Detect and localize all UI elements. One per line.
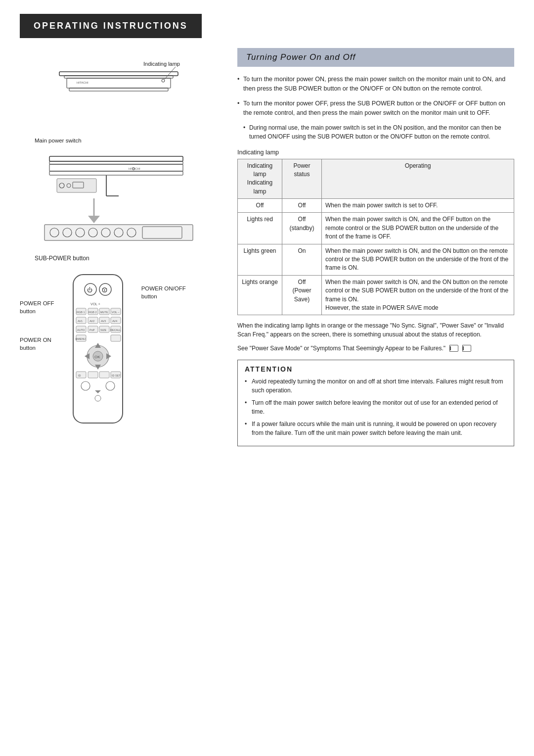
- book-icon-2: [462, 345, 471, 352]
- power-cell-1: Off (standby): [282, 213, 322, 244]
- power-cell-3: Off (Power Save): [282, 275, 322, 315]
- svg-marker-20: [88, 216, 100, 223]
- svg-rect-21: [44, 225, 193, 240]
- operating-cell-3: When the main power switch is ON, and th…: [322, 275, 514, 315]
- table-header: Indicating lamp Indicating lamp Indicati…: [238, 159, 514, 199]
- svg-text:AV3: AV3: [101, 320, 106, 323]
- svg-text:⏼: ⏼: [102, 287, 107, 293]
- lamp-cell-3: Lights orange: [238, 275, 282, 315]
- table-row: Off Off When the main power switch is se…: [238, 199, 514, 213]
- power-cell-2: On: [282, 244, 322, 275]
- monitor-side-svg: HITACHI: [30, 151, 208, 250]
- svg-text:AUTO: AUTO: [77, 329, 85, 331]
- svg-text:VOL −: VOL −: [112, 311, 120, 314]
- remote-section: POWER OFF button POWER ON button ⏻ ⏼ VOL…: [20, 270, 218, 438]
- svg-point-5: [162, 79, 165, 82]
- see-reference: See "Power Save Mode" or "Symptoms That …: [237, 344, 514, 353]
- section-title: Turning Power On and Off: [237, 48, 514, 67]
- left-column: HITACHI Indicating lamp Main power switc…: [10, 43, 222, 451]
- svg-text:RECALL: RECALL: [110, 329, 121, 331]
- table-body: Off Off When the main power switch is se…: [238, 199, 514, 315]
- indicating-lamp-label-left: Indicating lamp: [143, 61, 180, 67]
- monitor-side-diagram-section: HITACHI: [30, 151, 218, 262]
- monitor-top-svg: HITACHI Indicating lamp: [30, 52, 198, 141]
- power-on-label: POWER ON button: [20, 336, 54, 352]
- svg-text:RGB 2: RGB 2: [89, 311, 97, 314]
- svg-text:HITACHI: HITACHI: [77, 81, 89, 84]
- attention-item-1: Turn off the main power switch before le…: [245, 398, 507, 416]
- remote-labels-left: POWER OFF button POWER ON button: [20, 299, 54, 352]
- operating-cell-2: When the main power switch is ON, and th…: [322, 244, 514, 275]
- col-header-operating: Operating: [322, 159, 514, 199]
- attention-item-2: If a power failure occurs while the main…: [245, 420, 507, 437]
- lamp-cell-1: Lights red: [238, 213, 282, 244]
- svg-text:PnP: PnP: [89, 329, 95, 331]
- svg-rect-71: [88, 372, 98, 378]
- svg-text:AV2: AV2: [89, 320, 94, 323]
- table-row: Lights red Off (standby) When the main p…: [238, 213, 514, 244]
- attention-title: ATTENTION: [245, 365, 507, 373]
- attention-item-0: Avoid repeatedly turning the monitor on …: [245, 377, 507, 395]
- lamp-cell-2: Lights green: [238, 244, 282, 275]
- power-cell-0: Off: [282, 199, 322, 213]
- sub-bullet: During normal use, the main power switch…: [237, 123, 514, 141]
- bullet-2: To turn the monitor power OFF, press the…: [237, 99, 514, 118]
- svg-text:⏻: ⏻: [87, 287, 92, 293]
- right-column: Turning Power On and Off To turn the mon…: [222, 43, 524, 451]
- svg-rect-70: [76, 372, 86, 378]
- book-icon-1: [449, 345, 458, 352]
- svg-rect-72: [99, 372, 109, 378]
- operating-cell-1: When the main power switch is ON, and th…: [322, 213, 514, 244]
- table-row: Lights green On When the main power swit…: [238, 244, 514, 275]
- svg-text:RGB 1: RGB 1: [77, 311, 85, 314]
- monitor-top-diagram-section: HITACHI Indicating lamp Main power switc…: [30, 52, 218, 143]
- svg-rect-7: [49, 156, 183, 161]
- svg-line-6: [165, 67, 176, 79]
- main-layout: HITACHI Indicating lamp Main power switc…: [0, 43, 534, 451]
- svg-text:SIZE: SIZE: [100, 329, 107, 331]
- svg-text:⊕MENU: ⊕MENU: [75, 337, 86, 340]
- svg-rect-3: [69, 88, 168, 91]
- svg-text:VOL +: VOL +: [90, 302, 100, 306]
- svg-text:ID: ID: [78, 374, 81, 377]
- note-text: When the indicating lamp lights in orang…: [237, 321, 514, 339]
- col-header-power: Power status: [282, 159, 322, 199]
- svg-rect-9: [49, 164, 183, 171]
- svg-text:ID SET: ID SET: [112, 374, 121, 377]
- remote-control-svg: ⏻ ⏼ VOL + RGB 1 RGB 2 MUTE VOL − AV1: [58, 270, 137, 438]
- svg-text:AV1: AV1: [78, 320, 83, 323]
- remote-labels-right: POWER ON/OFF button: [141, 284, 186, 300]
- bullet-1: To turn the monitor power ON, press the …: [237, 75, 514, 94]
- header-title: OPERATING INSTRUCTIONS: [20, 14, 202, 38]
- header-bar: OPERATING INSTRUCTIONS: [0, 0, 534, 38]
- indicating-lamp-right-label: Indicating lamp: [237, 149, 514, 156]
- svg-rect-8: [49, 161, 183, 164]
- col-header-lamp: Indicating lamp Indicating lamp Indicati…: [238, 159, 282, 199]
- sub-power-button-label: SUB-POWER button: [35, 255, 218, 262]
- svg-rect-11: [49, 171, 183, 175]
- svg-rect-61: [111, 335, 121, 341]
- table-row: Lights orange Off (Power Save) When the …: [238, 275, 514, 315]
- power-off-label: POWER OFF button: [20, 299, 54, 315]
- operating-cell-0: When the main power switch is set to OFF…: [322, 199, 514, 213]
- svg-rect-0: [59, 72, 178, 76]
- svg-text:MUTE: MUTE: [100, 311, 108, 314]
- power-onoff-label: POWER ON/OFF button: [141, 284, 186, 300]
- power-table: Indicating lamp Indicating lamp Indicati…: [237, 159, 514, 316]
- attention-box: ATTENTION Avoid repeatedly turning the m…: [237, 360, 514, 446]
- svg-text:AV4: AV4: [112, 320, 117, 323]
- svg-text:OK: OK: [94, 355, 100, 359]
- svg-rect-14: [57, 179, 96, 192]
- lamp-cell-0: Off: [238, 199, 282, 213]
